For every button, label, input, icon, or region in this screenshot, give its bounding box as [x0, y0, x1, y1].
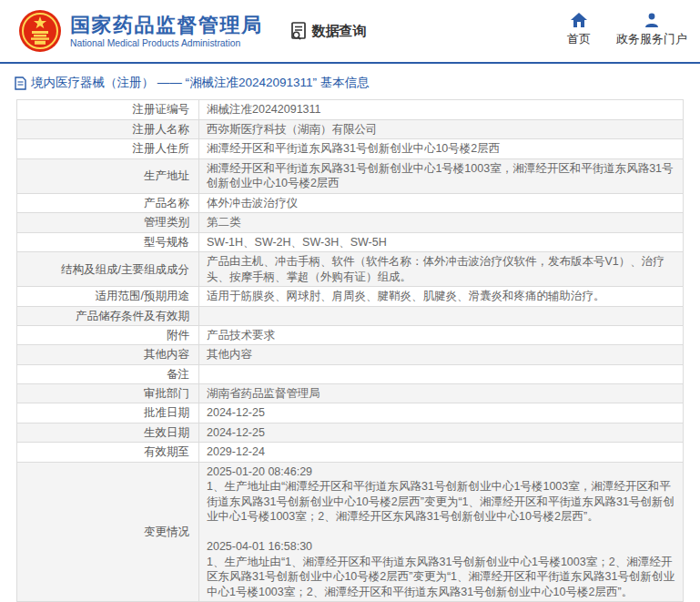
- nav-gov-portal-label: 政务服务门户: [616, 31, 687, 47]
- row-value: 湘潭经开区和平街道东风路31号创新创业中心1号楼1003室，湘潭经开区和平街道东…: [207, 161, 675, 191]
- row-value: 体外冲击波治疗仪: [207, 196, 298, 211]
- table-row-change-history: 变更情况 2025-01-20 08:46:29 1、生产地址由“湘潭经开区和平…: [17, 463, 683, 602]
- nav-home-label: 首页: [567, 31, 591, 47]
- row-label: 生效日期: [17, 423, 199, 443]
- row-label: 产品储存条件及有效期: [17, 307, 199, 325]
- user-icon: [644, 11, 659, 27]
- table-row: 型号规格 SW-1H、SW-2H、SW-3H、SW-5H: [17, 233, 683, 253]
- row-value: 湘械注准20242091311: [207, 102, 321, 117]
- nav-gov-portal[interactable]: 政务服务门户: [616, 11, 687, 47]
- table-row: 有效期至 2029-12-24: [17, 443, 683, 463]
- table-row: 管理类别 第二类: [17, 213, 683, 233]
- row-value: SW-1H、SW-2H、SW-3H、SW-5H: [207, 235, 387, 250]
- row-label: 注册证编号: [17, 100, 199, 119]
- table-row: 审批部门 湖南省药品监督管理局: [17, 384, 683, 404]
- row-label: 附件: [17, 326, 199, 345]
- table-row: 备注: [17, 365, 683, 384]
- row-value: 西弥斯医疗科技（湖南）有限公司: [207, 122, 378, 138]
- table-row: 注册证编号 湘械注准20242091311: [17, 100, 683, 120]
- row-label: 变更情况: [17, 463, 199, 602]
- document-search-icon: [289, 21, 309, 41]
- header-nav: 首页 政务服务门户: [567, 11, 687, 47]
- row-value: 其他内容: [207, 347, 252, 362]
- row-label: 注册人名称: [17, 120, 199, 139]
- row-value: 2029-12-24: [207, 444, 265, 460]
- table-row: 结构及组成/主要组成成分 产品由主机、冲击手柄、软件（软件名称：体外冲击波治疗仪…: [17, 252, 683, 287]
- table-row: 生效日期 2024-12-25: [17, 423, 683, 444]
- national-emblem-icon: [18, 9, 62, 53]
- page-icon: [15, 77, 26, 90]
- org-title: 国家药品监督管理局: [70, 14, 263, 37]
- nmpa-logo: 国家药品监督管理局 National Medical Products Admi…: [18, 9, 263, 53]
- row-value: 2024-12-25: [207, 405, 265, 421]
- row-label: 适用范围/预期用途: [17, 287, 199, 306]
- row-label: 型号规格: [17, 233, 199, 252]
- table-row: 注册人住所 湘潭经开区和平街道东风路31号创新创业中心10号楼2层西: [17, 139, 683, 159]
- row-label: 注册人住所: [17, 139, 199, 158]
- breadcrumb: 境内医疗器械（注册） —— “湘械注准20242091311” 基本信息: [15, 75, 700, 91]
- row-value: 产品由主机、冲击手柄、软件（软件名称：体外冲击波治疗仪软件，发布版本号V1）、治…: [207, 254, 675, 284]
- nav-home[interactable]: 首页: [567, 11, 591, 47]
- breadcrumb-text: 境内医疗器械（注册） —— “湘械注准20242091311” 基本信息: [31, 75, 370, 91]
- table-row: 适用范围/预期用途 适用于筋膜炎、网球肘、肩周炎、腱鞘炎、肌腱炎、滑囊炎和疼痛的…: [17, 287, 683, 307]
- table-row: 其他内容 其他内容: [17, 345, 683, 365]
- table-row: 批准日期 2024-12-25: [17, 403, 683, 423]
- row-value: 产品技术要求: [207, 328, 275, 343]
- row-label: 批准日期: [17, 403, 199, 423]
- org-subtitle: National Medical Products Administration: [70, 37, 263, 49]
- data-query-section[interactable]: 数据查询: [289, 21, 367, 41]
- row-label: 审批部门: [17, 384, 199, 403]
- table-row: 生产地址 湘潭经开区和平街道东风路31号创新创业中心1号楼1003室，湘潭经开区…: [17, 159, 683, 194]
- home-icon: [571, 11, 587, 27]
- row-value: 2024-12-25: [207, 425, 265, 441]
- row-label: 生产地址: [17, 159, 199, 193]
- row-value: 第二类: [207, 215, 241, 230]
- row-label: 其他内容: [17, 345, 199, 364]
- table-row: 产品名称 体外冲击波治疗仪: [17, 194, 683, 214]
- row-label: 备注: [17, 365, 199, 383]
- data-query-label: 数据查询: [312, 23, 367, 40]
- row-label: 管理类别: [17, 213, 199, 232]
- row-label: 产品名称: [17, 194, 199, 213]
- table-row: 产品储存条件及有效期: [17, 307, 683, 326]
- row-value: 湖南省药品监督管理局: [207, 386, 320, 402]
- registration-info-table: 注册证编号 湘械注准20242091311 注册人名称 西弥斯医疗科技（湖南）有…: [16, 99, 684, 602]
- table-row: 注册人名称 西弥斯医疗科技（湖南）有限公司: [17, 120, 683, 140]
- site-header: 国家药品监督管理局 National Medical Products Admi…: [0, 0, 700, 64]
- row-label: 有效期至: [17, 443, 199, 462]
- row-label: 结构及组成/主要组成成分: [17, 252, 199, 286]
- row-value: 湘潭经开区和平街道东风路31号创新创业中心10号楼2层西: [207, 141, 500, 157]
- change-history-text: 2025-01-20 08:46:29 1、生产地址由“湘潭经开区和平街道东风路…: [207, 464, 675, 600]
- table-row: 附件 产品技术要求: [17, 326, 683, 346]
- row-value: 适用于筋膜炎、网球肘、肩周炎、腱鞘炎、肌腱炎、滑囊炎和疼痛的辅助治疗。: [207, 289, 605, 304]
